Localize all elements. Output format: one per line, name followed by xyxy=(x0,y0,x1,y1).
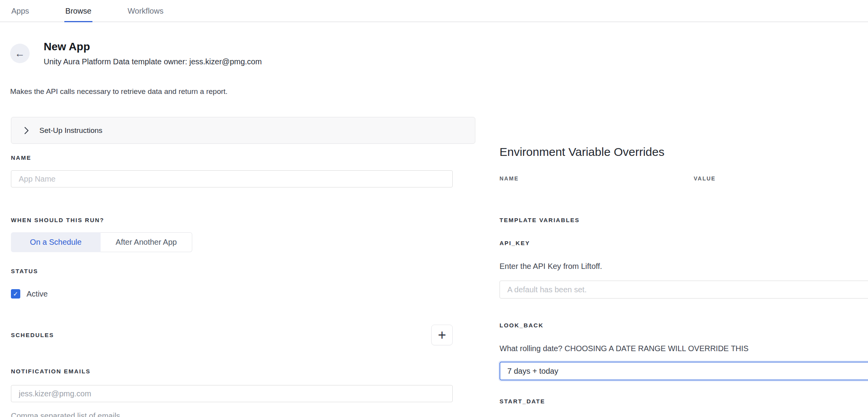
setup-instructions-label: Set-Up Instructions xyxy=(39,126,103,135)
var-api-key-label: API_KEY xyxy=(500,240,530,246)
var-look-back-label: LOOK_BACK xyxy=(500,322,544,329)
run-when-label: WHEN SHOULD THIS RUN? xyxy=(11,217,105,223)
var-look-back-description: What rolling date? CHOOSING A DATE RANGE… xyxy=(500,344,749,353)
name-label: NAME xyxy=(11,154,31,161)
run-option-after-another-app[interactable]: After Another App xyxy=(101,232,192,252)
env-column-name-header: NAME xyxy=(500,175,519,182)
run-option-on-schedule[interactable]: On a Schedule xyxy=(11,232,101,252)
page-header: ← New App Unity Aura Platform Data templ… xyxy=(10,40,262,66)
title-block: New App Unity Aura Platform Data templat… xyxy=(44,40,262,66)
run-when-segmented-control: On a Schedule After Another App xyxy=(11,232,192,252)
env-column-value-header: VALUE xyxy=(694,175,716,182)
status-label: STATUS xyxy=(11,268,38,274)
check-icon: ✓ xyxy=(13,290,18,298)
notification-emails-label: NOTIFICATION EMAILS xyxy=(11,368,90,375)
app-description: Makes the API calls necessary to retriev… xyxy=(10,87,228,96)
schedules-label: SCHEDULES xyxy=(11,332,54,338)
tab-workflows[interactable]: Workflows xyxy=(126,0,165,22)
active-checkbox[interactable]: ✓ xyxy=(11,289,20,299)
add-schedule-button[interactable]: + xyxy=(431,325,453,345)
var-start-date-label: START_DATE xyxy=(500,398,545,405)
app-window: Apps Browse Workflows ← New App Unity Au… xyxy=(0,0,868,417)
var-api-key-input[interactable] xyxy=(500,281,868,299)
template-variables-label: TEMPLATE VARIABLES xyxy=(500,217,579,223)
app-name-input[interactable] xyxy=(11,170,453,187)
var-look-back-input[interactable] xyxy=(500,362,868,380)
back-button[interactable]: ← xyxy=(10,44,30,63)
arrow-left-icon: ← xyxy=(15,48,25,58)
setup-instructions-toggle[interactable]: Set-Up Instructions xyxy=(11,117,475,144)
active-checkbox-label: Active xyxy=(27,290,48,299)
var-api-key-description: Enter the API Key from Liftoff. xyxy=(500,262,602,271)
notification-emails-help: Comma separated list of emails xyxy=(11,412,120,417)
active-checkbox-row[interactable]: ✓ Active xyxy=(11,289,48,299)
plus-icon: + xyxy=(438,328,446,342)
page-title: New App xyxy=(44,40,262,53)
tab-browse[interactable]: Browse xyxy=(64,0,93,22)
notification-emails-input[interactable] xyxy=(11,385,453,402)
page-subtitle: Unity Aura Platform Data template owner:… xyxy=(44,57,262,66)
tab-apps[interactable]: Apps xyxy=(10,0,30,22)
env-overrides-title: Environment Variable Overrides xyxy=(500,145,664,159)
chevron-right-icon xyxy=(24,127,29,134)
tab-bar: Apps Browse Workflows xyxy=(0,0,868,22)
